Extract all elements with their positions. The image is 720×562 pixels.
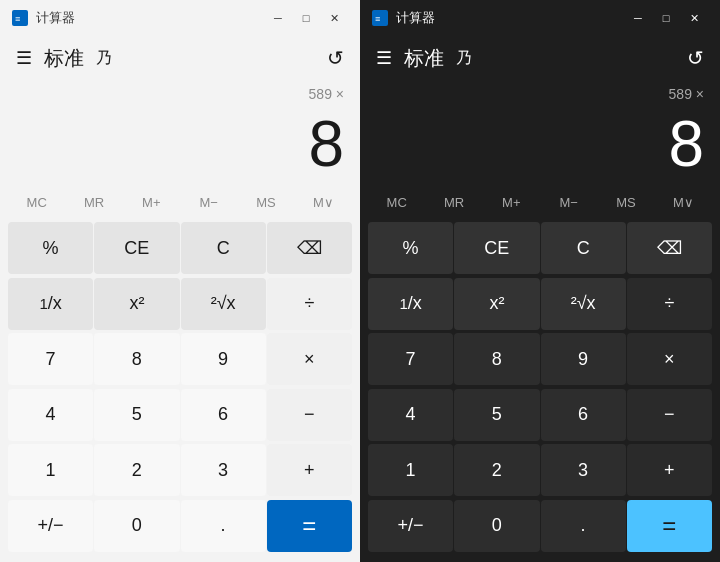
- btn-5-dark[interactable]: 5: [454, 389, 539, 441]
- btn-multiply-dark[interactable]: ×: [627, 333, 712, 385]
- btn-4-light[interactable]: 4: [8, 389, 93, 441]
- btn-subtract-dark[interactable]: −: [627, 389, 712, 441]
- app-title-light: 计算器: [36, 9, 256, 27]
- app-icon-dark: ≡: [372, 10, 388, 26]
- btn-0-dark[interactable]: 0: [454, 500, 539, 552]
- btn-divide-dark[interactable]: ÷: [627, 278, 712, 330]
- mode-icon-dark: 乃: [456, 48, 472, 69]
- mem-mc-light[interactable]: MC: [8, 188, 65, 216]
- mem-mplus-dark[interactable]: M+: [483, 188, 540, 216]
- btn-sqrt-dark[interactable]: ²√x: [541, 278, 626, 330]
- btn-backspace-dark[interactable]: ⌫: [627, 222, 712, 274]
- expression-light: 589 ×: [16, 84, 344, 104]
- btn-divide-light[interactable]: ÷: [267, 278, 352, 330]
- mem-mminus-light[interactable]: M−: [180, 188, 237, 216]
- mode-title-dark: 标准: [404, 45, 444, 72]
- btn-equals-light[interactable]: =: [267, 500, 352, 552]
- btn-percent-dark[interactable]: %: [368, 222, 453, 274]
- btn-7-dark[interactable]: 7: [368, 333, 453, 385]
- btn-6-light[interactable]: 6: [181, 389, 266, 441]
- btn-percent-light[interactable]: %: [8, 222, 93, 274]
- btn-decimal-dark[interactable]: .: [541, 500, 626, 552]
- history-button-dark[interactable]: ↺: [687, 46, 704, 70]
- btn-equals-dark[interactable]: =: [627, 500, 712, 552]
- close-button-light[interactable]: ✕: [320, 8, 348, 28]
- btn-9-light[interactable]: 9: [181, 333, 266, 385]
- buttons-grid-light: % CE C ⌫ 1/x x² ²√x ÷ 7 8 9 × 4 5 6 − 1 …: [0, 220, 360, 562]
- mode-icon-light: 乃: [96, 48, 112, 69]
- mode-title-light: 标准: [44, 45, 84, 72]
- btn-8-light[interactable]: 8: [94, 333, 179, 385]
- history-button-light[interactable]: ↺: [327, 46, 344, 70]
- mem-mr-dark[interactable]: MR: [425, 188, 482, 216]
- btn-add-dark[interactable]: +: [627, 444, 712, 496]
- btn-3-dark[interactable]: 3: [541, 444, 626, 496]
- title-bar-dark: ≡ 计算器 ─ □ ✕: [360, 0, 720, 36]
- btn-5-light[interactable]: 5: [94, 389, 179, 441]
- menu-icon-dark[interactable]: ☰: [376, 47, 392, 69]
- btn-0-light[interactable]: 0: [94, 500, 179, 552]
- main-number-dark: 8: [376, 104, 704, 180]
- btn-square-dark[interactable]: x²: [454, 278, 539, 330]
- memory-row-dark: MC MR M+ M− MS M∨: [360, 184, 720, 220]
- btn-4-dark[interactable]: 4: [368, 389, 453, 441]
- maximize-button-dark[interactable]: □: [652, 8, 680, 28]
- btn-2-dark[interactable]: 2: [454, 444, 539, 496]
- btn-reciprocal-dark[interactable]: 1/x: [368, 278, 453, 330]
- btn-ce-light[interactable]: CE: [94, 222, 179, 274]
- btn-3-light[interactable]: 3: [181, 444, 266, 496]
- btn-square-light[interactable]: x²: [94, 278, 179, 330]
- btn-negate-dark[interactable]: +/−: [368, 500, 453, 552]
- app-icon-light: ≡: [12, 10, 28, 26]
- svg-text:≡: ≡: [375, 14, 380, 24]
- display-area-dark: 589 × 8: [360, 80, 720, 184]
- window-controls-dark: ─ □ ✕: [624, 8, 708, 28]
- btn-2-light[interactable]: 2: [94, 444, 179, 496]
- btn-7-light[interactable]: 7: [8, 333, 93, 385]
- mem-mr-light[interactable]: MR: [65, 188, 122, 216]
- btn-1-dark[interactable]: 1: [368, 444, 453, 496]
- memory-row-light: MC MR M+ M− MS M∨: [0, 184, 360, 220]
- btn-8-dark[interactable]: 8: [454, 333, 539, 385]
- main-number-light: 8: [16, 104, 344, 180]
- btn-multiply-light[interactable]: ×: [267, 333, 352, 385]
- mem-mminus-dark[interactable]: M−: [540, 188, 597, 216]
- btn-negate-light[interactable]: +/−: [8, 500, 93, 552]
- maximize-button-light[interactable]: □: [292, 8, 320, 28]
- title-bar-light: ≡ 计算器 ─ □ ✕: [0, 0, 360, 36]
- calculator-light: ≡ 计算器 ─ □ ✕ ☰ 标准 乃 ↺ 589 × 8 MC MR M+ M−…: [0, 0, 360, 562]
- buttons-grid-dark: % CE C ⌫ 1/x x² ²√x ÷ 7 8 9 × 4 5 6 − 1 …: [360, 220, 720, 562]
- btn-subtract-light[interactable]: −: [267, 389, 352, 441]
- mem-mplus-light[interactable]: M+: [123, 188, 180, 216]
- mem-ms-dark[interactable]: MS: [597, 188, 654, 216]
- mem-mc-dark[interactable]: MC: [368, 188, 425, 216]
- btn-c-light[interactable]: C: [181, 222, 266, 274]
- btn-1-light[interactable]: 1: [8, 444, 93, 496]
- mem-mv-light[interactable]: M∨: [295, 188, 352, 216]
- expression-dark: 589 ×: [376, 84, 704, 104]
- btn-add-light[interactable]: +: [267, 444, 352, 496]
- mem-mv-dark[interactable]: M∨: [655, 188, 712, 216]
- header-dark: ☰ 标准 乃 ↺: [360, 36, 720, 80]
- display-area-light: 589 × 8: [0, 80, 360, 184]
- btn-c-dark[interactable]: C: [541, 222, 626, 274]
- svg-text:≡: ≡: [15, 14, 20, 24]
- btn-backspace-light[interactable]: ⌫: [267, 222, 352, 274]
- menu-icon-light[interactable]: ☰: [16, 47, 32, 69]
- btn-sqrt-light[interactable]: ²√x: [181, 278, 266, 330]
- app-title-dark: 计算器: [396, 9, 616, 27]
- btn-decimal-light[interactable]: .: [181, 500, 266, 552]
- window-controls-light: ─ □ ✕: [264, 8, 348, 28]
- calculator-dark: ≡ 计算器 ─ □ ✕ ☰ 标准 乃 ↺ 589 × 8 MC MR M+ M−…: [360, 0, 720, 562]
- btn-ce-dark[interactable]: CE: [454, 222, 539, 274]
- btn-9-dark[interactable]: 9: [541, 333, 626, 385]
- close-button-dark[interactable]: ✕: [680, 8, 708, 28]
- mem-ms-light[interactable]: MS: [237, 188, 294, 216]
- minimize-button-light[interactable]: ─: [264, 8, 292, 28]
- minimize-button-dark[interactable]: ─: [624, 8, 652, 28]
- btn-reciprocal-light[interactable]: 1/x: [8, 278, 93, 330]
- header-light: ☰ 标准 乃 ↺: [0, 36, 360, 80]
- btn-6-dark[interactable]: 6: [541, 389, 626, 441]
